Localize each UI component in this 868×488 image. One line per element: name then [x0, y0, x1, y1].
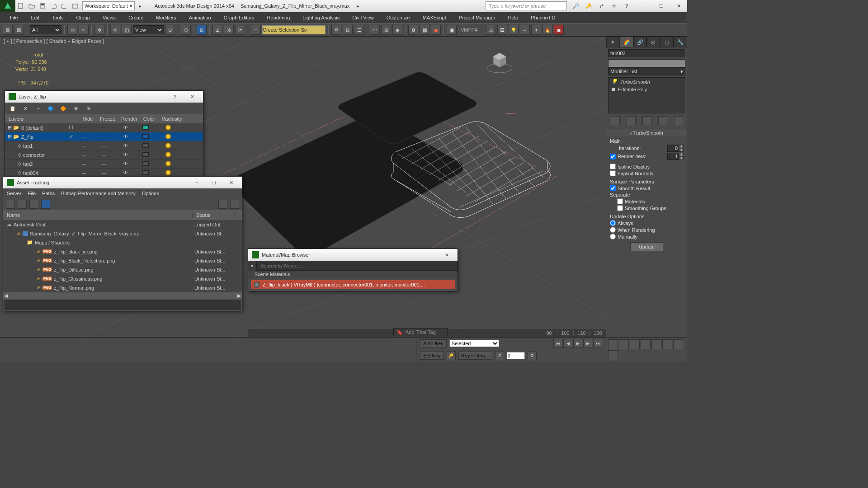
- exchange-icon[interactable]: ⇄: [596, 1, 606, 11]
- expand-icon[interactable]: ◼: [611, 86, 615, 92]
- key-target-dropdown[interactable]: Selected: [449, 340, 499, 347]
- asset-row[interactable]: ⚠PNG z_flip_Glossiness.pngUnknown St...: [3, 274, 242, 283]
- layer-close-button[interactable]: ✕: [185, 92, 199, 102]
- display-tab-icon[interactable]: ▢: [660, 37, 674, 47]
- modifier-stack[interactable]: 💡TurboSmooth ◼Editable Poly: [608, 77, 685, 113]
- time-config-icon[interactable]: ⏱: [495, 351, 504, 360]
- minimize-button[interactable]: ─: [636, 0, 653, 12]
- asset-menu-server[interactable]: Server: [7, 191, 21, 196]
- select-highlight-icon[interactable]: 🔷: [47, 104, 55, 113]
- percent-snap-icon[interactable]: %: [224, 25, 234, 35]
- smooth-result-checkbox[interactable]: [610, 185, 616, 191]
- at-table-icon[interactable]: [41, 200, 50, 209]
- remove-mod-icon[interactable]: [658, 116, 667, 125]
- asset-list[interactable]: ☁ Autodesk VaultLogged Out⚠ Samsung_Gala…: [3, 220, 242, 292]
- asset-menu-options[interactable]: Options: [142, 191, 159, 196]
- workspace-dropdown[interactable]: Workspace: Default▾: [82, 1, 135, 10]
- iterations-input[interactable]: [667, 145, 679, 152]
- asset-menu-paths[interactable]: Paths: [42, 191, 55, 196]
- object-color-swatch[interactable]: [608, 59, 685, 67]
- pin-stack-icon[interactable]: [611, 116, 620, 125]
- lightbulb-icon[interactable]: 💡: [611, 79, 618, 84]
- unique-icon[interactable]: [642, 116, 651, 125]
- zoom-icon[interactable]: [619, 339, 629, 349]
- delete-layer-icon[interactable]: ✕: [21, 104, 29, 113]
- ref-coord-dropdown[interactable]: View: [133, 25, 164, 34]
- align-icon[interactable]: ⊟: [343, 25, 353, 35]
- layer-help-button[interactable]: ?: [168, 92, 182, 102]
- pivot-icon[interactable]: ⊙: [165, 25, 175, 35]
- light-icon[interactable]: 💡: [509, 25, 519, 35]
- vray-fb-icon[interactable]: ▣: [447, 25, 457, 35]
- menu-lighting-analysis[interactable]: Lighting Analysis: [296, 13, 346, 22]
- goto-end-icon[interactable]: ⏭: [593, 339, 602, 348]
- fire-icon[interactable]: 🔥: [542, 25, 552, 35]
- open-icon[interactable]: [27, 1, 37, 11]
- at-list-icon[interactable]: [18, 200, 27, 209]
- at-opt2-icon[interactable]: [230, 200, 239, 209]
- curve-editor-icon[interactable]: 〰: [370, 25, 380, 35]
- create-tab-icon[interactable]: ✳: [606, 37, 620, 47]
- mat-section-header[interactable]: -Scene Materials: [248, 271, 458, 278]
- render-iters-input[interactable]: [667, 153, 679, 160]
- picture-icon[interactable]: 🖼: [497, 25, 507, 35]
- binoculars-icon[interactable]: 🔎: [571, 1, 581, 11]
- help-icon[interactable]: ?: [622, 1, 632, 11]
- asset-row[interactable]: ⚠PNG z_flip_black_ior.pngUnknown St...: [3, 247, 242, 256]
- show-end-icon[interactable]: [627, 116, 636, 125]
- highlight-sel-icon[interactable]: 🔶: [59, 104, 67, 113]
- search-input[interactable]: Type a keyword or phrase: [486, 1, 567, 10]
- viewcube[interactable]: [484, 46, 515, 77]
- workspace-arrow-icon[interactable]: ▸: [135, 1, 145, 11]
- layer-list[interactable]: ⊞ 📂 0 (default) ☐——👁⊞ 📂 Z_flip ✓——👁◇ tap…: [5, 123, 203, 182]
- rollout-title[interactable]: - TurboSmooth: [606, 129, 687, 136]
- select-manip-icon[interactable]: ⬡: [181, 25, 191, 35]
- render-iters-checkbox[interactable]: [610, 154, 616, 160]
- key-filters-button[interactable]: Key Filters...: [458, 352, 492, 360]
- new-layer-icon[interactable]: 📋: [9, 104, 17, 113]
- asset-menu-file[interactable]: File: [28, 191, 36, 196]
- pan-icon[interactable]: [608, 339, 618, 349]
- asset-close-button[interactable]: ✕: [224, 178, 238, 188]
- menu-views[interactable]: Views: [96, 13, 122, 22]
- mat-editor-icon[interactable]: ◉: [392, 25, 402, 35]
- orbit-icon[interactable]: [662, 339, 672, 349]
- motion-tab-icon[interactable]: ◎: [646, 37, 660, 47]
- configure-icon[interactable]: [674, 116, 683, 125]
- snap-toggle-icon[interactable]: ⊞: [197, 25, 207, 35]
- object-name-field[interactable]: tap003: [608, 49, 685, 57]
- viewport-label[interactable]: [ + ] [ Perspective ] [ Shaded + Edged F…: [4, 38, 104, 44]
- render-frame-icon[interactable]: ▦: [420, 25, 429, 35]
- goto-start-icon[interactable]: ⏮: [553, 339, 562, 348]
- utilities-tab-icon[interactable]: 🔧: [674, 37, 687, 47]
- hierarchy-tab-icon[interactable]: 🔗: [633, 37, 647, 47]
- unlink-icon[interactable]: ⛓̸: [14, 25, 24, 35]
- materials-checkbox[interactable]: [617, 198, 623, 204]
- angle-snap-icon[interactable]: ∠: [212, 25, 222, 35]
- render-iters-row[interactable]: Render Iters: ▲▼: [610, 153, 684, 160]
- at-refresh-icon[interactable]: [6, 200, 15, 209]
- menu-civil-view[interactable]: Civil View: [346, 13, 380, 22]
- always-radio[interactable]: [610, 220, 616, 226]
- mat-options-icon[interactable]: ▾: [248, 261, 256, 271]
- selection-set-input[interactable]: [262, 25, 326, 34]
- particle-icon[interactable]: ✦: [531, 25, 541, 35]
- modifier-list-dropdown[interactable]: Modifier List▾: [608, 67, 685, 75]
- menu-modifiers[interactable]: Modifiers: [150, 13, 183, 22]
- set-key-button[interactable]: Set Key: [420, 352, 444, 360]
- spinner-snap-icon[interactable]: ⟳: [235, 25, 245, 35]
- close-button[interactable]: ✕: [670, 0, 687, 12]
- layer-row[interactable]: ⊞ 📂 0 (default) ☐——👁: [5, 123, 203, 132]
- current-frame-input[interactable]: [507, 352, 525, 359]
- manually-radio[interactable]: [610, 234, 616, 239]
- asset-row[interactable]: ⚠PNG z_flip_Diffuse.pngUnknown St...: [3, 265, 242, 274]
- when-rendering-radio[interactable]: [610, 227, 616, 233]
- layer-row[interactable]: ◇ tap1 ——👁: [5, 141, 203, 150]
- menu-edit[interactable]: Edit: [24, 13, 46, 22]
- smoothing-groups-checkbox[interactable]: [617, 205, 623, 211]
- named-sel-icon[interactable]: ≡: [251, 25, 261, 35]
- menu-rendering[interactable]: Rendering: [261, 13, 297, 22]
- maximize-button[interactable]: ☐: [653, 0, 670, 12]
- menu-phoenixfd[interactable]: PhoenixFD: [524, 13, 561, 22]
- stop-icon[interactable]: ◼: [554, 25, 564, 35]
